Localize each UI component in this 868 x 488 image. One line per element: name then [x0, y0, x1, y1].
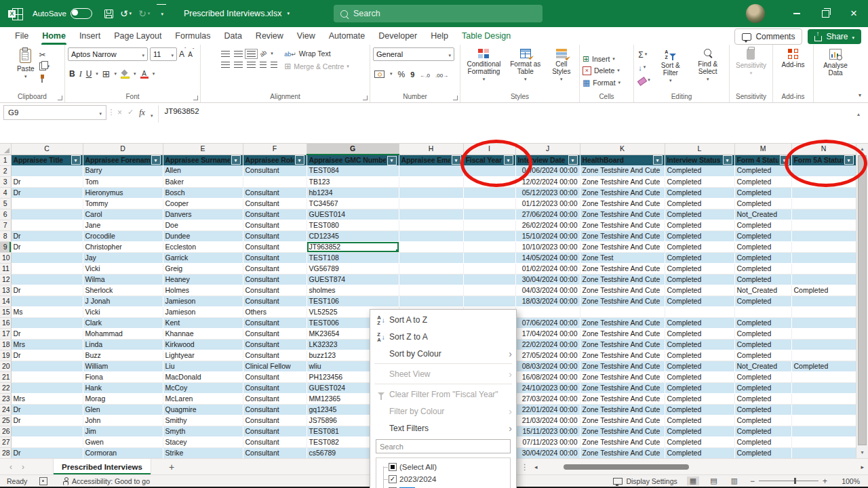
row-number-2[interactable]: 2	[0, 165, 11, 176]
cell-J24[interactable]: 22/01/2024 00:00	[515, 404, 580, 415]
cut-button[interactable]	[39, 49, 50, 59]
insert-cells-button[interactable]: Insert	[583, 54, 631, 64]
cell-J9[interactable]: 10/10/2023 00:00	[515, 241, 580, 252]
decrease-font-button[interactable]: ˇ	[188, 50, 194, 58]
cell-N10[interactable]	[791, 252, 856, 263]
cell-E28[interactable]: Strike	[163, 447, 243, 458]
orientation-button[interactable]	[258, 49, 268, 58]
cell-K13[interactable]: Zone Testshire And Cute	[580, 285, 665, 296]
cell-L25[interactable]: Completed	[665, 415, 734, 426]
cell-F20[interactable]: Clinical Fellow	[243, 361, 307, 371]
filter-button-appraisee-role[interactable]	[295, 155, 304, 165]
cell-M26[interactable]: Completed	[734, 426, 791, 436]
cell-E23[interactable]: McLaren	[163, 393, 243, 404]
cell-M7[interactable]: Completed	[734, 220, 791, 230]
cell-L28[interactable]: Completed	[665, 447, 734, 458]
cell-E22[interactable]: McCoy	[163, 382, 243, 393]
ribbon-tab-formulas[interactable]: Formulas	[168, 27, 217, 45]
cell-D24[interactable]: Glen	[83, 404, 163, 415]
cell-D17[interactable]: Mohammad	[83, 328, 163, 339]
avatar[interactable]	[746, 4, 765, 23]
cell-L20[interactable]: Completed	[665, 361, 734, 371]
customize-toolbar-button[interactable]	[157, 4, 166, 23]
zoom-level[interactable]: 100%	[837, 477, 860, 485]
cell-J14[interactable]: 18/03/2024 00:00	[515, 296, 580, 306]
cell-I14[interactable]	[463, 296, 515, 306]
cell-M11[interactable]: Completed	[734, 263, 791, 274]
cell-I4[interactable]	[463, 187, 515, 198]
cell-F28[interactable]: Consultant	[243, 447, 307, 458]
dialog-launcher-icon[interactable]	[363, 96, 368, 100]
cell-E15[interactable]: Jamieson	[163, 306, 243, 317]
cell-C6[interactable]	[11, 209, 83, 220]
filter-button-appraisee-title[interactable]	[71, 155, 81, 165]
bold-button[interactable]	[69, 69, 75, 79]
cell-E8[interactable]: Dundee	[163, 230, 243, 241]
cell-E27[interactable]: Stacey	[163, 436, 243, 447]
cell-E11[interactable]: Greig	[163, 263, 243, 274]
undo-button[interactable]	[117, 5, 134, 22]
cell-G3[interactable]: TB123	[307, 176, 399, 187]
row-number-3[interactable]: 3	[0, 176, 11, 187]
cell-I11[interactable]	[463, 263, 515, 274]
name-box[interactable]: G9	[3, 105, 106, 120]
fill-button[interactable]	[638, 62, 650, 72]
cell-F26[interactable]: Consultant	[243, 426, 307, 436]
column-letter-E[interactable]: E	[163, 144, 243, 155]
cell-K4[interactable]: Zone Testshire And Cute	[580, 187, 665, 198]
row-number-6[interactable]: 6	[0, 209, 11, 220]
cell-C5[interactable]	[11, 198, 83, 209]
cell-D3[interactable]: Tom	[83, 176, 163, 187]
zoom-slider[interactable]	[759, 481, 818, 481]
cell-K21[interactable]: Zone Testshire And Cute	[580, 371, 665, 382]
column-letter-D[interactable]: D	[83, 144, 163, 155]
cell-C10[interactable]	[11, 252, 83, 263]
cell-D25[interactable]: John	[83, 415, 163, 426]
dialog-launcher-icon[interactable]	[193, 96, 198, 100]
row-number-23[interactable]: 23	[0, 393, 11, 404]
cell-L13[interactable]: Completed	[665, 285, 734, 296]
cell-N7[interactable]	[791, 220, 856, 230]
cell-E13[interactable]: Holmes	[163, 285, 243, 296]
document-title[interactable]: Prescribed Interviews.xlsx	[184, 9, 290, 18]
cell-H6[interactable]	[399, 209, 463, 220]
cell-K15[interactable]	[580, 306, 665, 317]
row-number-4[interactable]: 4	[0, 187, 11, 198]
excel-app-icon[interactable]	[8, 7, 23, 20]
cell-I7[interactable]	[463, 220, 515, 230]
next-sheet-arrow[interactable]: ›	[22, 462, 24, 472]
column-letter-L[interactable]: L	[665, 144, 734, 155]
previous-sheet-arrow[interactable]: ‹	[9, 462, 12, 472]
filter-button-interview-date[interactable]	[568, 155, 578, 165]
cell-G13[interactable]: sholmes	[307, 285, 399, 296]
cell-F14[interactable]: Consultant	[243, 296, 307, 306]
row-number-17[interactable]: 17	[0, 328, 11, 339]
share-button[interactable]: Share	[808, 29, 861, 44]
cell-M8[interactable]: Completed	[734, 230, 791, 241]
cell-E9[interactable]: Eccleston	[163, 241, 243, 252]
cell-H2[interactable]	[399, 165, 463, 176]
cell-D18[interactable]: Linda	[83, 339, 163, 350]
row-number-13[interactable]: 13	[0, 285, 11, 296]
cell-C25[interactable]: Dr	[11, 415, 83, 426]
filter-button-interview-status[interactable]	[723, 155, 732, 165]
cell-K8[interactable]: Zone Testshire And Cute	[580, 230, 665, 241]
copy-button[interactable]	[39, 62, 50, 71]
search-box[interactable]: Search	[334, 5, 542, 22]
checkbox-checked-icon[interactable]	[389, 475, 397, 483]
accessibility-status[interactable]: Accessibility: Good to go	[72, 477, 150, 485]
row-number-5[interactable]: 5	[0, 198, 11, 209]
minimize-button[interactable]	[783, 0, 811, 27]
cell-I10[interactable]	[463, 252, 515, 263]
cell-D5[interactable]: Tommy	[83, 198, 163, 209]
cell-F7[interactable]: Consultant	[243, 220, 307, 230]
cell-E14[interactable]: Jamieson	[163, 296, 243, 306]
cell-E16[interactable]: Kent	[163, 317, 243, 328]
ribbon-tab-review[interactable]: Review	[249, 27, 290, 45]
cell-C26[interactable]	[11, 426, 83, 436]
comma-style-button[interactable]	[410, 68, 414, 80]
cell-J8[interactable]: 15/10/2024 00:00	[515, 230, 580, 241]
cell-D14[interactable]: J Jonah	[83, 296, 163, 306]
tabbar-options-icon[interactable]	[521, 459, 529, 474]
align-left-button[interactable]	[221, 62, 230, 68]
